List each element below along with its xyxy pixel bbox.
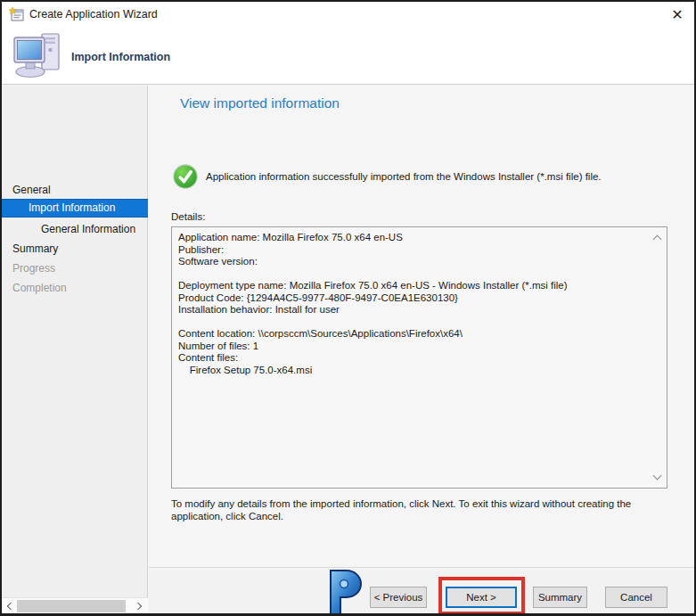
next-button[interactable]: Next >: [446, 587, 517, 608]
nav-item-completion: Completion: [12, 282, 67, 294]
details-line: Product Code: {1294A4C5-9977-480F-9497-C…: [178, 292, 649, 305]
details-label: Details:: [171, 211, 205, 222]
summary-button[interactable]: Summary: [533, 587, 587, 608]
wizard-window-icon: [9, 7, 24, 21]
footer-note: To modify any details from the imported …: [171, 497, 684, 522]
horizontal-scrollbar[interactable]: [2, 597, 148, 613]
details-line: Publisher:: [178, 244, 649, 257]
details-line: Application name: Mozilla Firefox 75.0 x…: [178, 232, 649, 244]
close-icon[interactable]: ✕: [667, 4, 687, 24]
wizard-content-pane: View imported information Application in…: [149, 86, 694, 613]
details-line: Number of files: 1: [178, 341, 649, 353]
details-line: Content location: \\corpsccm\Sources\App…: [178, 328, 649, 341]
title-bar: Create Application Wizard ✕: [2, 2, 694, 26]
scroll-left-icon[interactable]: [5, 602, 14, 611]
wizard-step-title: Import Information: [71, 51, 170, 63]
page-heading: View imported information: [180, 95, 340, 111]
previous-button[interactable]: < Previous: [370, 587, 427, 608]
details-line: [178, 268, 649, 281]
wizard-header: Import Information: [2, 26, 694, 85]
scroll-up-icon[interactable]: [653, 234, 662, 242]
green-check-icon: [173, 164, 198, 189]
details-textbox[interactable]: Application name: Mozilla Firefox 75.0 x…: [171, 226, 667, 489]
nav-item-general[interactable]: General: [12, 184, 51, 196]
nav-item-summary[interactable]: Summary: [12, 242, 58, 255]
details-line: Content files:: [178, 352, 649, 365]
status-message: Application information successfully imp…: [206, 171, 669, 182]
scroll-down-icon[interactable]: [653, 472, 662, 481]
scroll-right-icon[interactable]: [135, 602, 144, 611]
nav-item-import-information[interactable]: Import Information: [2, 199, 148, 218]
nav-item-progress: Progress: [12, 262, 55, 275]
cancel-button[interactable]: Cancel: [605, 587, 667, 608]
create-application-wizard-window: Create Application Wizard ✕ Import Infor…: [0, 0, 696, 616]
details-line: [178, 316, 649, 329]
nav-item-general-information[interactable]: General Information: [41, 223, 135, 235]
details-line: Installation behavior: Install for user: [178, 304, 649, 316]
window-title: Create Application Wizard: [29, 8, 158, 21]
blue-p-logo: [324, 569, 367, 616]
details-line: Software version:: [178, 256, 649, 268]
wizard-nav-sidebar: General Import Information General Infor…: [2, 86, 148, 613]
scrollbar-thumb[interactable]: [17, 600, 126, 612]
computer-icon: [12, 32, 64, 78]
details-line: Deployment type name: Mozilla Firefox 75…: [178, 280, 649, 292]
details-line: Firefox Setup 75.0-x64.msi: [178, 365, 649, 377]
